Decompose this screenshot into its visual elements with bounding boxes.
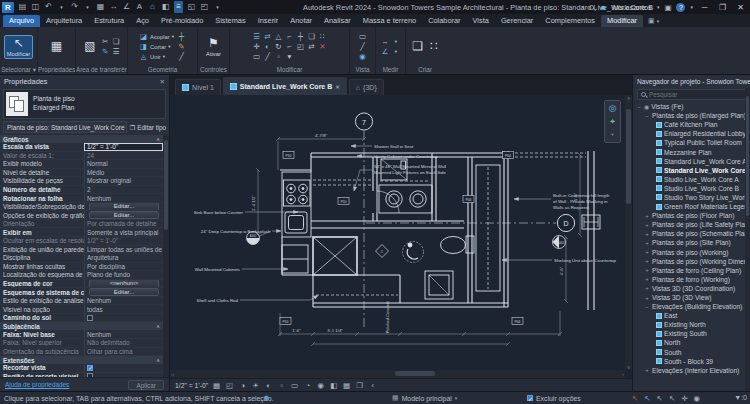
copy-modify-icon[interactable] <box>307 32 316 41</box>
tree-item[interactable]: North <box>633 338 745 347</box>
tree-item-current[interactable]: Standard Live_Work Core B <box>633 166 745 175</box>
tree-item[interactable]: Café Kitchen Plan <box>633 120 745 129</box>
join-button[interactable]: Unir <box>139 52 174 61</box>
pin-icon[interactable] <box>296 42 305 51</box>
collapse-icon[interactable] <box>368 381 377 390</box>
tab-vista[interactable]: Vista <box>467 15 495 27</box>
redo-dropdown-icon[interactable] <box>83 1 92 13</box>
property-row[interactable]: Exibir emSomente a vista principal <box>0 228 163 237</box>
crop-view-icon[interactable] <box>277 381 286 390</box>
tab-anotar[interactable]: Anotar <box>284 15 318 27</box>
tree-item[interactable]: +Plantas de piso (Life Safety Plan) <box>633 220 745 229</box>
collapse-icon[interactable] <box>156 323 160 329</box>
restore-button[interactable] <box>716 3 729 12</box>
move-icon[interactable] <box>252 42 261 51</box>
panel-name[interactable]: Propriedades <box>38 66 75 73</box>
property-row[interactable]: Recortar vista <box>0 364 163 373</box>
create-group-button[interactable] <box>410 39 425 54</box>
tree-item[interactable]: +Plantas de piso (Schematic Plan) <box>633 229 745 238</box>
tree-item[interactable]: South <box>633 348 745 357</box>
tree-item[interactable]: +Vistas 3D (3D Coordination) <box>633 284 745 293</box>
navbar-options-icon[interactable] <box>611 129 613 140</box>
tree-item[interactable]: +Elevações (Interior Elevation) <box>633 366 745 375</box>
select-by-face-icon[interactable] <box>669 394 675 403</box>
help-icon[interactable]: ? <box>676 3 685 12</box>
section-extensoes[interactable]: Extensões <box>3 357 35 364</box>
reveal-hidden-icon[interactable] <box>316 381 325 390</box>
property-row[interactable]: Número de detalhe2 <box>0 186 163 195</box>
save-icon[interactable] <box>31 1 40 13</box>
tree-item[interactable]: −Vistas (Fe) <box>633 102 745 111</box>
open-icon[interactable] <box>18 1 27 13</box>
default-3d-view-icon[interactable] <box>148 1 157 13</box>
section-marker[interactable]: A402 <box>553 236 566 249</box>
temporary-hide-isolate-icon[interactable] <box>303 381 312 390</box>
property-row[interactable]: Faixa: Nível superiorNão delimitado <box>0 339 163 348</box>
activate-controls-button[interactable]: Ativar <box>204 36 223 58</box>
close-view-icon[interactable] <box>335 84 340 90</box>
tree-item[interactable]: +Vistas 3D (3D View) <box>633 293 745 302</box>
filter-control[interactable]: :0 <box>734 394 747 401</box>
section-graficos[interactable]: Gráficos <box>3 136 29 143</box>
edit-button[interactable]: Editar... <box>89 211 159 219</box>
panel-name[interactable]: Selecionar ▾ <box>0 66 37 73</box>
tab-estrutura[interactable]: Estrutura <box>88 15 130 27</box>
view-tab-3d[interactable]: {3D} <box>349 79 384 95</box>
property-row[interactable]: Nível de detalheMédio <box>0 169 163 178</box>
help-menu-icon[interactable] <box>690 4 693 10</box>
paste-aligned-icon[interactable] <box>112 47 121 56</box>
revit-logo[interactable]: R <box>2 2 14 13</box>
properties-scrollbar[interactable] <box>163 135 169 377</box>
modify-button[interactable]: Modificar <box>4 35 34 59</box>
panel-name[interactable]: Controles <box>198 66 229 73</box>
unpin-icon[interactable] <box>307 42 316 51</box>
tree-item[interactable]: Existing North <box>633 320 745 329</box>
override-icon[interactable] <box>358 42 367 51</box>
property-row[interactable]: Valor de escala 1:24 <box>0 152 163 161</box>
undo-icon[interactable] <box>44 1 53 13</box>
tab-colaborar[interactable]: Colaborar <box>422 15 466 27</box>
view-tab-standard-live-work-core-b[interactable]: Standard Live_Work Core B <box>223 77 347 95</box>
temporary-view-properties-icon[interactable] <box>329 381 338 390</box>
browser-search[interactable] <box>637 89 746 100</box>
tree-item[interactable]: +Plantas de piso (Working) <box>633 248 745 257</box>
beam-join-icon[interactable] <box>177 32 186 41</box>
edit-button[interactable]: Editar... <box>89 288 159 296</box>
create-assembly-button[interactable] <box>428 39 440 54</box>
redo-icon[interactable] <box>70 1 79 13</box>
color-scheme-button[interactable]: <nenhum> <box>89 280 159 288</box>
tree-item[interactable]: +Plantas de piso (Working Dimensions <box>633 257 745 266</box>
align-icon[interactable] <box>252 32 261 41</box>
panel-name[interactable]: Medir <box>376 66 405 73</box>
tab-arquivo[interactable]: Arquivo <box>3 15 40 27</box>
tree-item[interactable]: +Plantas de forro (Working) <box>633 275 745 284</box>
tree-item[interactable]: Studio Live_Work Core B <box>633 184 745 193</box>
tree-item[interactable]: Studio Live_Work Core A <box>633 175 745 184</box>
offset-icon[interactable] <box>263 32 272 41</box>
visual-style-icon[interactable] <box>238 381 247 390</box>
property-row[interactable]: Escala da vista1/2" = 1'-0" <box>0 143 163 152</box>
chevron-down-icon[interactable] <box>392 47 401 56</box>
select-pinned-icon[interactable] <box>657 394 663 403</box>
trim-extend-icon[interactable] <box>285 42 294 51</box>
tree-item[interactable]: Typical Public Toilet Room <box>633 138 745 147</box>
delete-icon[interactable] <box>318 42 327 51</box>
tree-item[interactable]: −Elevações (Building Elevation) <box>633 302 745 311</box>
edit-type-button[interactable]: Editar tipo <box>130 124 166 131</box>
tab-analisar[interactable]: Analisar <box>318 15 357 27</box>
exclude-options-checkbox[interactable] <box>527 395 533 401</box>
property-row[interactable]: Ocultar em escalas de resolu...1/2" = 1'… <box>0 237 163 246</box>
constraints-icon[interactable] <box>355 381 364 390</box>
measure-icon[interactable] <box>109 1 118 13</box>
trim-icon[interactable] <box>285 32 294 41</box>
user-menu-icon[interactable] <box>657 4 660 10</box>
thin-lines-icon[interactable] <box>174 1 183 13</box>
type-selector-dropdown[interactable]: Planta de piso: Standard Live_Work Core … <box>3 121 127 133</box>
panel-name[interactable]: Modificar <box>230 66 349 73</box>
paint-icon[interactable] <box>177 42 186 51</box>
split-element-icon[interactable] <box>263 52 272 61</box>
property-row[interactable]: Exibir modeloNormal <box>0 160 163 169</box>
property-row[interactable]: Localização do esquema de ...Plano de fu… <box>0 271 163 280</box>
tab-massa-e-terreno[interactable]: Massa e terreno <box>357 15 422 27</box>
drag-elements-icon[interactable] <box>681 394 687 403</box>
